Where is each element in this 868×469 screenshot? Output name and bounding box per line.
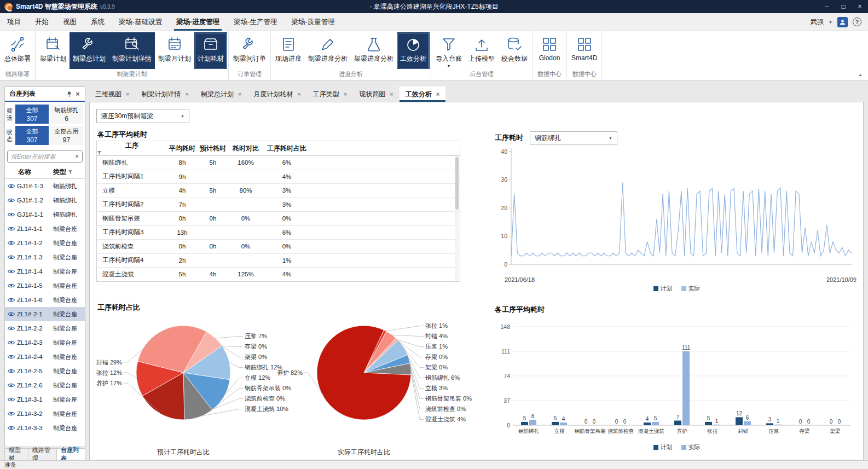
seat-row[interactable]: ZL1#-1-3制梁台座 — [5, 250, 85, 264]
menu-item[interactable]: 视图 — [56, 13, 84, 31]
filter-cell[interactable]: 钢筋绑扎6 — [50, 105, 83, 124]
document-tab[interactable]: 工序类型× — [307, 86, 353, 102]
eye-icon[interactable] — [5, 269, 17, 274]
ribbon-button[interactable]: 制梁间订单 — [230, 32, 269, 69]
table-column-header[interactable]: 平均耗时 — [167, 141, 198, 156]
ribbon-button[interactable]: 制梁月计划 — [155, 32, 194, 69]
ribbon-button[interactable]: 上传模型 — [465, 32, 498, 69]
document-tab[interactable]: 三维视图× — [89, 86, 135, 102]
user-caret-icon[interactable]: ▼ — [829, 20, 832, 24]
seat-row[interactable]: ZL1#-1-5制梁台座 — [5, 279, 85, 293]
beam-type-dropdown[interactable]: 液压30m预制箱梁 ▼ — [96, 109, 189, 123]
eye-icon[interactable] — [5, 297, 17, 303]
tab-close-icon[interactable]: × — [238, 91, 241, 97]
tab-close-icon[interactable]: × — [185, 91, 188, 97]
eye-icon[interactable] — [5, 198, 17, 203]
menu-item[interactable]: 梁场-基础设置 — [112, 13, 169, 31]
seat-row[interactable]: ZL1#-1-2制梁台座 — [5, 236, 85, 250]
document-tab[interactable]: 工效分析× — [400, 86, 445, 102]
menu-item[interactable]: 系统 — [84, 13, 112, 31]
seat-row[interactable]: ZL1#-1-4制梁台座 — [5, 264, 85, 279]
search-input[interactable] — [11, 153, 73, 160]
ribbon-button[interactable]: Smart4D — [568, 32, 600, 69]
seat-row[interactable]: ZL1#-2-5制梁台座 — [5, 364, 85, 378]
seat-row[interactable]: ZL1#-3-1制梁台座 — [5, 392, 85, 407]
seat-row[interactable]: ZL1#-2-3制梁台座 — [5, 335, 85, 350]
eye-icon[interactable] — [5, 183, 17, 189]
eye-icon[interactable] — [5, 240, 17, 246]
table-column-header[interactable]: 工序 — [97, 141, 167, 156]
column-header-type[interactable]: 类型 — [53, 167, 85, 177]
eye-icon[interactable] — [5, 212, 17, 217]
table-column-header[interactable]: 工序耗时占比 — [263, 141, 310, 156]
process-dropdown[interactable]: 钢筋绑扎 ▼ — [530, 131, 617, 144]
search-clear-icon[interactable]: × — [75, 153, 79, 160]
menu-item[interactable]: 开始 — [28, 13, 56, 31]
ribbon-button[interactable]: 制梁进度分析 — [305, 32, 351, 69]
sidebar-tab[interactable]: 模型树 — [4, 448, 28, 460]
eye-icon[interactable] — [5, 283, 17, 288]
table-scrollbar-thumb[interactable] — [455, 157, 459, 210]
document-tab[interactable]: 月度计划耗材× — [247, 86, 306, 102]
panel-close-icon[interactable]: × — [73, 90, 82, 99]
seat-row[interactable]: ZL1#-3-3制梁台座 — [5, 421, 85, 435]
tab-close-icon[interactable]: × — [390, 91, 393, 97]
table-column-header[interactable]: 耗时对比 — [228, 141, 263, 156]
eye-icon[interactable] — [5, 383, 17, 388]
filter-icon[interactable] — [68, 170, 73, 175]
ribbon-button[interactable]: 架梁进度分析 — [351, 32, 397, 69]
maximize-button[interactable]: □ — [835, 0, 852, 13]
menu-item[interactable]: 梁场-进度管理 — [169, 13, 227, 31]
menu-item[interactable]: 项目 — [0, 13, 28, 31]
sidebar-tab[interactable]: 台座列表 — [57, 448, 85, 460]
user-avatar[interactable] — [837, 17, 848, 27]
ribbon-button[interactable]: 导入台账▼ — [432, 32, 465, 69]
user-name[interactable]: 武强 — [811, 18, 824, 27]
ribbon-button[interactable]: 总体部署 — [1, 32, 34, 69]
eye-icon[interactable] — [5, 226, 17, 231]
seat-row[interactable]: GJ1#-1-2钢筋绑扎 — [5, 193, 85, 207]
eye-icon[interactable] — [5, 340, 17, 345]
eye-icon[interactable] — [5, 354, 17, 360]
document-tab[interactable]: 制梁总计划× — [195, 86, 247, 102]
table-column-header[interactable]: 预计耗时 — [198, 141, 228, 156]
close-button[interactable]: × — [852, 0, 868, 13]
eye-icon[interactable] — [5, 254, 17, 260]
seat-row[interactable]: ZL1#-1-6制梁台座 — [5, 293, 85, 307]
tab-close-icon[interactable]: × — [126, 91, 129, 97]
table-scrollbar[interactable] — [455, 156, 459, 281]
filter-cell[interactable]: 全部307 — [15, 105, 49, 124]
ribbon-button[interactable]: 制梁计划详情 — [109, 32, 155, 69]
tab-close-icon[interactable]: × — [297, 91, 300, 97]
ribbon-collapse-icon[interactable]: ▲ — [858, 73, 863, 77]
eye-icon[interactable] — [5, 397, 17, 402]
ribbon-button[interactable]: 制梁总计划 — [70, 32, 109, 69]
seat-row[interactable]: GJ1#-1-1钢筋绑扎 — [5, 207, 85, 222]
ribbon-button[interactable]: 计划耗材 — [194, 32, 227, 69]
ribbon-button[interactable]: 现场进度 — [272, 32, 305, 69]
ribbon-button[interactable]: 工效分析 — [397, 32, 430, 69]
seat-row[interactable]: ZL1#-2-6制梁台座 — [5, 378, 85, 392]
ribbon-button[interactable]: Glodon — [534, 32, 565, 69]
menu-item[interactable]: 梁场-质量管理 — [285, 13, 342, 31]
minimize-button[interactable]: – — [819, 0, 835, 13]
filter-cell[interactable]: 全部307 — [15, 126, 49, 145]
filter-cell[interactable]: 全部占用97 — [50, 126, 83, 145]
document-tab[interactable]: 现状简图× — [353, 86, 399, 102]
sidebar-tab[interactable]: 线路管理 — [28, 448, 57, 460]
eye-icon[interactable] — [5, 411, 17, 416]
tab-close-icon[interactable]: × — [344, 91, 347, 97]
seat-row[interactable]: ZL1#-2-1制梁台座 — [5, 307, 85, 321]
seat-row[interactable]: GJ1#-1-3钢筋绑扎 — [5, 179, 85, 193]
menu-item[interactable]: 梁场-生产管理 — [227, 13, 284, 31]
help-icon[interactable]: ? — [853, 18, 861, 26]
seat-row[interactable]: ZL1#-2-2制梁台座 — [5, 321, 85, 335]
eye-icon[interactable] — [5, 311, 17, 317]
ribbon-button[interactable]: 校合数据 — [498, 32, 531, 69]
eye-icon[interactable] — [5, 326, 17, 331]
document-tab[interactable]: 制梁计划详情× — [135, 86, 194, 102]
eye-icon[interactable] — [5, 368, 17, 374]
ribbon-button[interactable]: 架梁计划 — [37, 32, 70, 69]
tab-close-icon[interactable]: × — [436, 91, 439, 97]
pin-icon[interactable] — [65, 90, 73, 99]
